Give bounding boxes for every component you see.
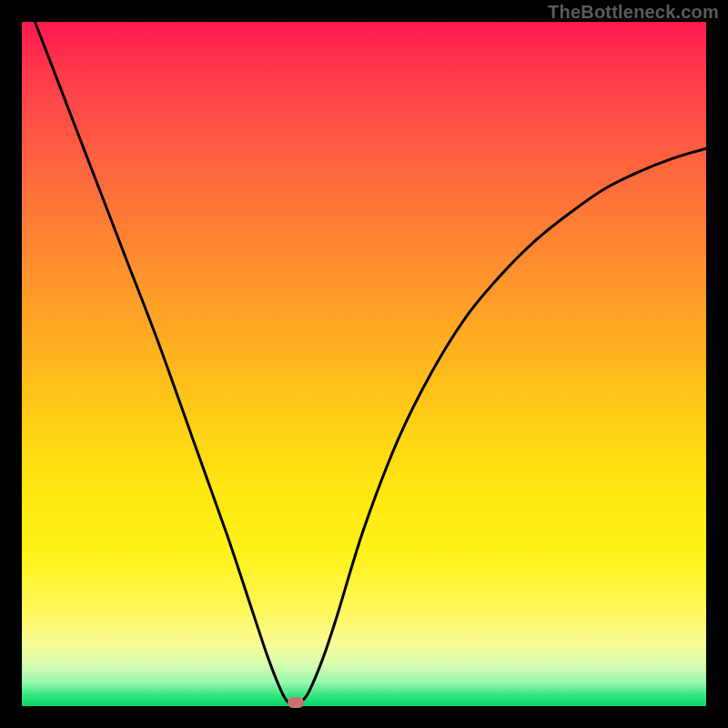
bottleneck-curve [22, 22, 706, 706]
watermark-text: TheBottleneck.com [548, 2, 719, 23]
plot-area [22, 22, 706, 706]
optimum-marker [288, 697, 304, 708]
chart-frame: TheBottleneck.com [0, 0, 728, 728]
